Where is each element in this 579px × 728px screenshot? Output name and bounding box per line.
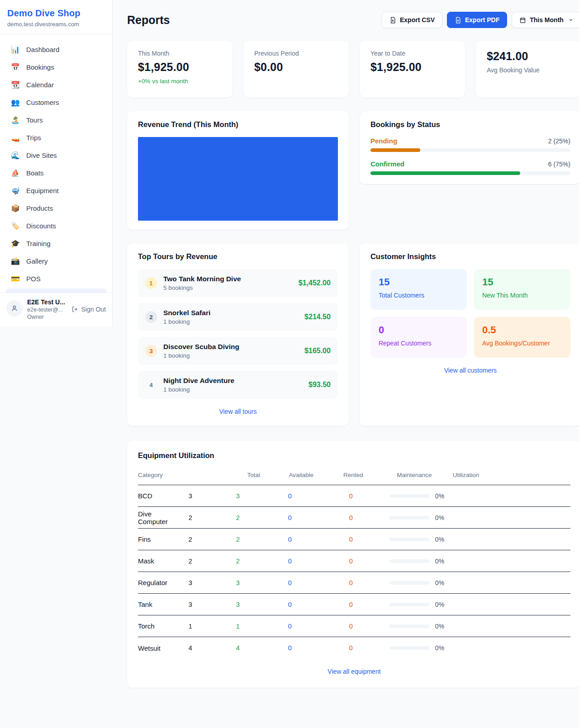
- sidebar-item-training[interactable]: 🎓 Training: [5, 235, 107, 252]
- sidebar-item-tours[interactable]: 🏝️ Tours: [5, 111, 107, 129]
- utilization-bar: [389, 559, 429, 563]
- sidebar-item-dive-sites[interactable]: 🌊 Dive Sites: [5, 147, 107, 164]
- page-title: Reports: [127, 14, 170, 27]
- progress-track: [370, 171, 570, 175]
- period-label: This Month: [530, 16, 564, 24]
- stat-value: $1,925.00: [138, 61, 222, 74]
- view-all-tours-link[interactable]: View all tours: [219, 408, 256, 415]
- utilization-bar: [389, 494, 429, 498]
- shop-domain: demo.test.divestreams.com: [7, 21, 105, 28]
- sidebar-item-calendar[interactable]: 📆 Calendar: [5, 76, 107, 94]
- tour-row[interactable]: 1 Two Tank Morning Dive 5 bookings $1,45…: [138, 269, 338, 297]
- stat-card-avg-booking-value: $241.00 Avg Booking Value: [476, 41, 579, 98]
- chevron-down-icon: [568, 17, 574, 23]
- utilization-percent: 0%: [435, 514, 444, 521]
- tour-row[interactable]: 4 Night Dive Adventure 1 booking $93.50: [138, 371, 338, 399]
- rank-badge: 3: [145, 345, 157, 357]
- equipment-rented: 0: [267, 536, 313, 543]
- tour-row[interactable]: 2 Snorkel Safari 1 booking $214.50: [138, 303, 338, 331]
- stats-row: This Month $1,925.00 +0% vs last month P…: [127, 41, 579, 98]
- sidebar-item-label: Dive Sites: [26, 151, 57, 159]
- column-header: Available: [276, 472, 326, 478]
- tour-amount: $93.50: [308, 381, 331, 389]
- tour-name: Night Dive Adventure: [163, 377, 302, 385]
- equipment-available: 2: [213, 514, 263, 521]
- column-header: Total: [236, 472, 272, 478]
- column-header: Rented: [331, 472, 376, 478]
- utilization-bar: [389, 603, 429, 606]
- file-download-icon: [389, 17, 396, 24]
- tour-name: Discover Scuba Diving: [163, 343, 298, 351]
- sidebar-item-label: Trips: [26, 134, 41, 142]
- stat-value: $1,925.00: [370, 61, 454, 74]
- period-select[interactable]: This Month: [512, 12, 579, 28]
- user-info: E2E Test U... e2e-tester@... Owner: [27, 298, 67, 320]
- sign-out-label: Sign Out: [81, 306, 106, 313]
- sidebar-item-label: Dashboard: [26, 46, 59, 53]
- tour-amount: $1,452.00: [299, 279, 331, 287]
- insight-tile-new-this-month: 15 New This Month: [474, 269, 570, 310]
- sidebar-item-boats[interactable]: ⛵ Boats: [5, 164, 107, 182]
- table-row: Fins 2 2 0 0 0%: [138, 529, 570, 550]
- top-tours-card: Top Tours by Revenue 1 Two Tank Morning …: [127, 243, 349, 426]
- equipment-utilization-cell: 0%: [389, 514, 507, 521]
- sidebar-item-gallery[interactable]: 📸 Gallery: [5, 252, 107, 270]
- sidebar-item-label: Training: [26, 240, 51, 247]
- equipment-utilization-cell: 0%: [389, 579, 507, 586]
- table-row: Torch 1 1 0 0 0%: [138, 615, 570, 637]
- sidebar-item-discounts[interactable]: 🏷️ Discounts: [5, 217, 107, 235]
- calendar-icon: [519, 17, 526, 24]
- equipment-available: 1: [213, 623, 263, 630]
- stat-card-this-month: This Month $1,925.00 +0% vs last month: [127, 41, 233, 98]
- utilization-bar: [389, 581, 429, 585]
- rank-badge: 2: [145, 311, 157, 323]
- equipment-table-header: Category Total Available Rented Maintena…: [138, 467, 570, 485]
- sidebar-item-products[interactable]: 📦 Products: [5, 199, 107, 217]
- stat-label: Avg Booking Value: [487, 66, 570, 74]
- sidebar-item-bookings[interactable]: 📅 Bookings: [5, 58, 107, 76]
- utilization-percent: 0%: [435, 623, 444, 630]
- sign-out-button[interactable]: Sign Out: [71, 306, 106, 313]
- equipment-utilization-card: Equipment Utilization Category Total Ava…: [127, 440, 579, 688]
- progress-fill: [370, 148, 420, 152]
- stat-label: Previous Period: [254, 50, 338, 57]
- equipment-maintenance: 0: [317, 623, 385, 630]
- insight-label: Repeat Customers: [379, 340, 459, 347]
- app-layout: Demo Dive Shop demo.test.divestreams.com…: [0, 0, 579, 706]
- export-csv-button[interactable]: Export CSV: [382, 12, 442, 28]
- logout-icon: [71, 306, 79, 313]
- status-row-pending: Pending 2 (25%): [370, 137, 570, 152]
- people-icon: 👥: [11, 98, 20, 107]
- camera-icon: 📸: [11, 257, 20, 265]
- equipment-total: 2: [172, 558, 209, 565]
- equipment-maintenance: 0: [317, 536, 385, 543]
- equipment-available: 4: [213, 644, 263, 652]
- equipment-rented: 0: [267, 579, 313, 586]
- equipment-available: 2: [213, 558, 263, 565]
- equipment-category: Regulator: [138, 579, 168, 586]
- equipment-utilization-title: Equipment Utilization: [138, 451, 570, 460]
- equipment-rented: 0: [267, 623, 313, 630]
- rank-badge: 1: [145, 277, 157, 289]
- sidebar-item-trips[interactable]: 🚤 Trips: [5, 129, 107, 147]
- column-header: Maintenance: [380, 472, 448, 478]
- equipment-table: Category Total Available Rented Maintena…: [138, 467, 570, 659]
- person-icon: [10, 304, 19, 312]
- sidebar-item-label: Calendar: [26, 81, 54, 89]
- insight-value: 0.5: [482, 324, 562, 336]
- equipment-maintenance: 0: [317, 601, 385, 608]
- stat-delta: +0% vs last month: [138, 78, 222, 85]
- sidebar-item-equipment[interactable]: 🤿 Equipment: [5, 182, 107, 199]
- sidebar-item-dashboard[interactable]: 📊 Dashboard: [5, 41, 107, 58]
- sidebar-item-customers[interactable]: 👥 Customers: [5, 94, 107, 111]
- progress-track: [370, 148, 570, 152]
- view-all-equipment-link[interactable]: View all equipment: [327, 668, 380, 675]
- header-actions: Export CSV Export PDF This Month: [382, 12, 579, 28]
- export-pdf-button[interactable]: Export PDF: [447, 12, 507, 28]
- tour-row[interactable]: 3 Discover Scuba Diving 1 booking $165.0…: [138, 337, 338, 365]
- equipment-rented: 0: [267, 644, 313, 652]
- view-all-customers-link[interactable]: View all customers: [444, 367, 497, 374]
- stat-card-previous-period: Previous Period $0.00: [243, 41, 349, 98]
- stat-value: $0.00: [254, 61, 338, 74]
- sidebar-item-pos[interactable]: 💳 POS: [5, 270, 107, 288]
